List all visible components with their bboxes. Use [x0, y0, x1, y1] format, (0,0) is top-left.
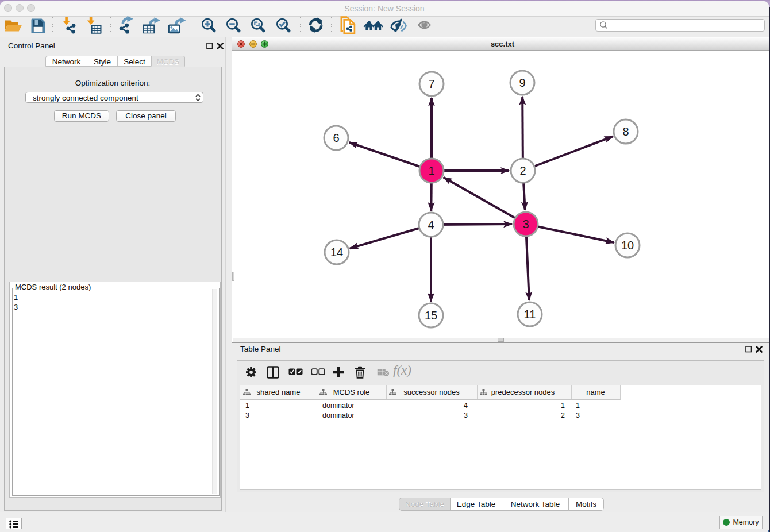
svg-text:9: 9: [519, 76, 525, 89]
svg-text:3: 3: [522, 218, 529, 230]
svg-text:6: 6: [333, 132, 339, 144]
svg-text:10: 10: [621, 239, 634, 252]
svg-text:14: 14: [330, 246, 343, 259]
svg-text:2: 2: [519, 164, 526, 177]
svg-text:11: 11: [524, 308, 536, 321]
svg-text:7: 7: [428, 78, 434, 90]
svg-text:15: 15: [425, 309, 437, 322]
svg-text:1: 1: [428, 164, 434, 177]
svg-text:4: 4: [428, 218, 434, 231]
svg-text:8: 8: [622, 125, 629, 138]
